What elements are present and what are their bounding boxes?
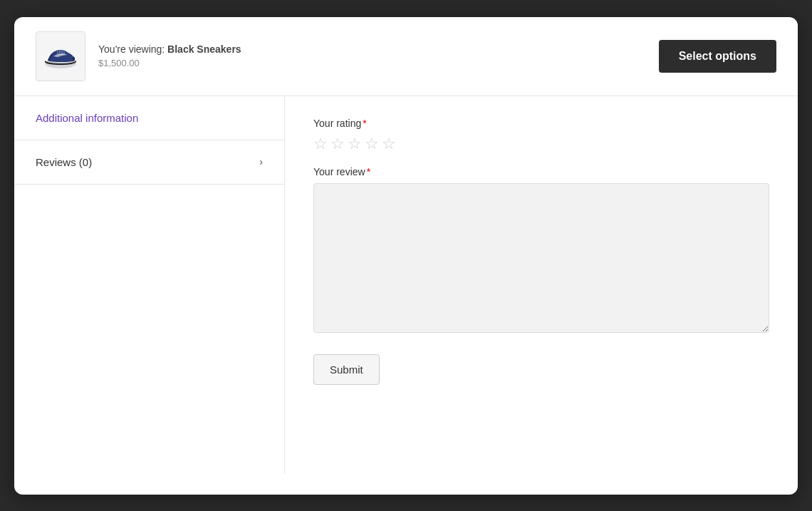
select-options-button[interactable]: Select options [659,40,776,73]
modal-container: You're viewing: Black Sneakers $1,500.00… [14,17,798,495]
submit-button[interactable]: Submit [313,354,380,385]
star-1[interactable]: ☆ [313,135,328,153]
product-image [36,31,85,81]
star-5[interactable]: ☆ [382,135,396,153]
review-area: Your rating* ☆ ☆ ☆ ☆ ☆ Your review* Subm… [285,96,798,474]
star-rating[interactable]: ☆ ☆ ☆ ☆ ☆ [313,135,769,153]
review-required-star: * [367,166,370,177]
sidebar-item-reviews[interactable]: Reviews (0) › [14,140,284,185]
star-4[interactable]: ☆ [365,135,379,153]
main-content: Additional information Reviews (0) › You… [14,96,798,474]
chevron-right-icon: › [259,156,263,167]
sidebar: Additional information Reviews (0) › [14,96,285,474]
sidebar-item-additional-information[interactable]: Additional information [14,96,284,140]
product-name-label: Black Sneakers [167,43,241,55]
product-header: You're viewing: Black Sneakers $1,500.00… [14,17,798,96]
review-textarea[interactable] [313,183,769,333]
star-2[interactable]: ☆ [330,135,345,153]
rating-group: Your rating* ☆ ☆ ☆ ☆ ☆ [313,118,769,153]
sneaker-icon [41,36,80,76]
review-group: Your review* [313,166,769,336]
viewing-prefix: You're viewing: [98,43,167,55]
rating-label: Your rating* [313,118,769,129]
review-label: Your review* [313,166,769,177]
product-price: $1,500.00 [98,58,659,68]
sidebar-label-reviews: Reviews (0) [36,156,92,168]
star-3[interactable]: ☆ [348,135,362,153]
product-info: You're viewing: Black Sneakers $1,500.00 [85,43,659,68]
rating-required-star: * [363,118,366,129]
viewing-text: You're viewing: Black Sneakers [98,43,659,55]
sidebar-label-additional-information: Additional information [36,112,138,124]
